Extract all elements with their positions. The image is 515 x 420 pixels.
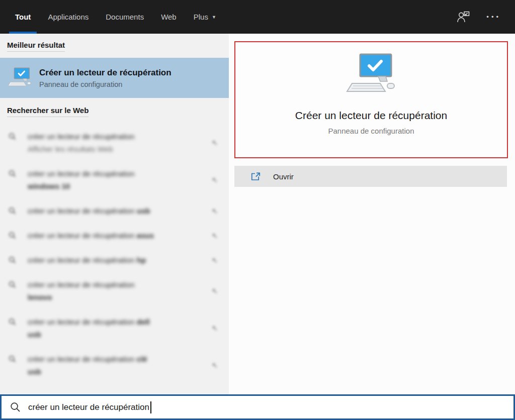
web-suggestion-list: créer un lecteur de récupération Affiche… bbox=[0, 124, 229, 384]
search-icon bbox=[9, 207, 16, 217]
best-match-title: Créer un lecteur de récupération bbox=[39, 68, 171, 78]
recovery-drive-icon bbox=[345, 53, 397, 97]
insert-suggestion-icon[interactable]: ↖ bbox=[206, 232, 218, 240]
open-action-label: Ouvrir bbox=[273, 172, 294, 181]
insert-suggestion-icon[interactable]: ↖ bbox=[206, 139, 218, 147]
suggestion-text: créer un lecteur de récupération usb bbox=[28, 204, 150, 217]
search-icon bbox=[10, 402, 21, 412]
text-cursor bbox=[150, 401, 151, 413]
best-match-result[interactable]: Créer un lecteur de récupération Panneau… bbox=[0, 58, 229, 98]
search-icon bbox=[9, 232, 16, 241]
open-action[interactable]: Ouvrir bbox=[234, 166, 507, 187]
tab-tout[interactable]: Tout bbox=[9, 0, 37, 34]
search-icon bbox=[9, 281, 16, 290]
user-account-icon[interactable] bbox=[457, 11, 470, 23]
tab-web[interactable]: Web bbox=[155, 0, 183, 34]
filter-tabs: Tout Applications Documents Web Plus ▼ bbox=[0, 0, 222, 34]
preview-subtitle: Panneau de configuration bbox=[328, 127, 414, 135]
tab-plus-label: Plus bbox=[194, 13, 208, 21]
section-web-search: Rechercher sur le Web bbox=[0, 98, 229, 120]
chevron-down-icon: ▼ bbox=[212, 15, 216, 20]
web-suggestion-7[interactable]: créer un lecteur de récupération dell us… bbox=[0, 309, 229, 347]
search-input[interactable]: créer un lecteur de récupération bbox=[28, 402, 149, 412]
search-icon bbox=[9, 256, 16, 266]
web-suggestion-3[interactable]: créer un lecteur de récupération usb ↖ bbox=[0, 198, 229, 223]
suggestion-text: créer un lecteur de récupération Affiche… bbox=[28, 130, 135, 155]
insert-suggestion-icon[interactable]: ↖ bbox=[206, 176, 218, 184]
more-options-icon[interactable]: ••• bbox=[486, 13, 501, 21]
web-suggestion-4[interactable]: créer un lecteur de récupération asus ↖ bbox=[0, 223, 229, 248]
best-match-text: Créer un lecteur de récupération Panneau… bbox=[39, 68, 171, 88]
insert-suggestion-icon[interactable]: ↖ bbox=[206, 324, 218, 332]
annotation-highlight-box: Créer un lecteur de récupération Panneau… bbox=[234, 41, 508, 158]
section-header-best: Meilleur résultat bbox=[7, 41, 65, 52]
search-icon bbox=[9, 133, 16, 142]
best-match-subtitle: Panneau de configuration bbox=[39, 80, 171, 88]
search-bar[interactable]: créer un lecteur de récupération bbox=[0, 394, 515, 420]
suggestion-text: créer un lecteur de récupération dell us… bbox=[28, 316, 150, 341]
section-header-web: Rechercher sur le Web bbox=[7, 106, 89, 117]
web-suggestion-5[interactable]: créer un lecteur de récupération hp ↖ bbox=[0, 248, 229, 272]
suggestion-text: créer un lecteur de récupération windows… bbox=[28, 167, 135, 192]
topbar-icons: ••• bbox=[457, 0, 515, 34]
suggestion-text: créer un lecteur de récupération hp bbox=[28, 254, 146, 266]
insert-suggestion-icon[interactable]: ↖ bbox=[206, 287, 218, 295]
tab-applications[interactable]: Applications bbox=[42, 0, 95, 34]
tab-documents[interactable]: Documents bbox=[100, 0, 150, 34]
section-best-result: Meilleur résultat bbox=[0, 34, 229, 55]
results-panel: Meilleur résultat Créer un lecteur de ré… bbox=[0, 34, 229, 394]
search-topbar: Tout Applications Documents Web Plus ▼ •… bbox=[0, 0, 515, 34]
insert-suggestion-icon[interactable]: ↖ bbox=[206, 207, 218, 215]
suggestion-text: créer un lecteur de récupération clé usb bbox=[28, 353, 147, 378]
web-suggestion-6[interactable]: créer un lecteur de récupération lenovo … bbox=[0, 272, 229, 309]
search-icon bbox=[9, 318, 16, 328]
web-suggestion-1[interactable]: créer un lecteur de récupération Affiche… bbox=[0, 124, 229, 161]
preview-title: Créer un lecteur de récupération bbox=[295, 110, 447, 122]
open-external-icon bbox=[250, 172, 261, 181]
recovery-drive-icon bbox=[7, 67, 32, 89]
suggestion-text: créer un lecteur de récupération asus bbox=[28, 229, 154, 242]
insert-suggestion-icon[interactable]: ↖ bbox=[206, 256, 218, 264]
tab-plus[interactable]: Plus ▼ bbox=[188, 0, 222, 34]
search-icon bbox=[9, 355, 16, 365]
preview-panel: Créer un lecteur de récupération Panneau… bbox=[229, 34, 515, 394]
web-suggestion-2[interactable]: créer un lecteur de récupération windows… bbox=[0, 161, 229, 198]
search-icon bbox=[9, 170, 16, 179]
suggestion-text: créer un lecteur de récupération lenovo bbox=[28, 278, 135, 303]
web-suggestion-8[interactable]: créer un lecteur de récupération clé usb… bbox=[0, 347, 229, 384]
insert-suggestion-icon[interactable]: ↖ bbox=[206, 361, 218, 369]
